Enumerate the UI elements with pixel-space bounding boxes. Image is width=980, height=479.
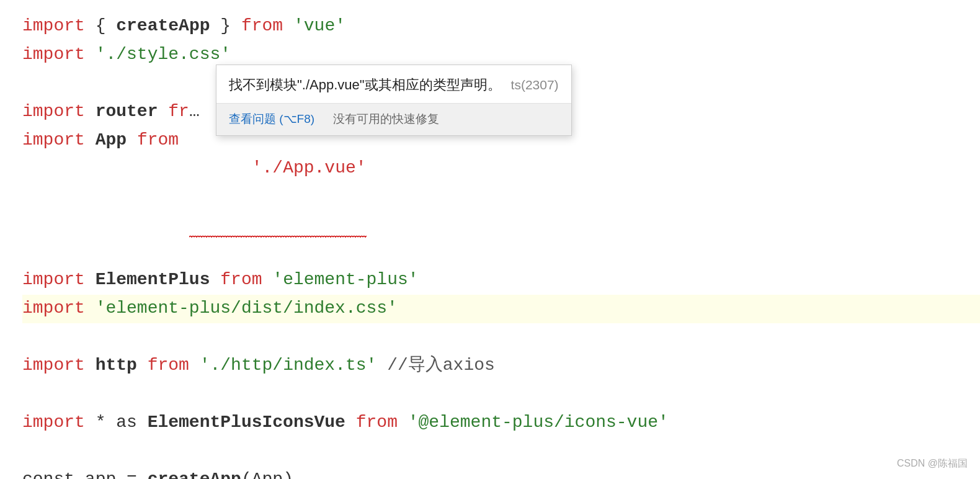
keyword-from: from: [220, 266, 262, 294]
comment-axios: //导入axios: [387, 352, 495, 380]
error-squiggle: [189, 235, 367, 238]
string-app-vue: './App.vue': [252, 158, 367, 177]
keyword-from: from: [356, 409, 398, 437]
keyword-import: import: [22, 409, 85, 437]
view-problem-link[interactable]: 查看问题 (⌥F8): [229, 110, 314, 128]
empty-line-3: [22, 323, 980, 352]
keyword-from: from: [241, 12, 283, 40]
identifier-app: App: [96, 127, 127, 154]
empty-line-2: [22, 238, 980, 266]
keyword-import: import: [22, 295, 85, 323]
code-line-14: const app = createApp ( App ): [22, 466, 980, 479]
keyword-import: import: [22, 127, 85, 154]
identifier-elementplusiconsvue: ElementPlusIconsVue: [148, 409, 345, 437]
code-line-7: import ElementPlus from 'element-plus': [22, 266, 980, 295]
empty-line-4: [22, 380, 980, 409]
identifier-elementplus: ElementPlus: [96, 266, 210, 294]
keyword-import: import: [22, 41, 85, 69]
tooltip-actions: 查看问题 (⌥F8) 没有可用的快速修复: [216, 104, 571, 135]
no-quick-fix-label: 没有可用的快速修复: [333, 110, 439, 128]
code-line-10: import http from './http/index.ts' //导入a…: [22, 352, 980, 380]
string-vue: 'vue': [293, 12, 345, 40]
empty-line-5: [22, 437, 980, 466]
keyword-import: import: [22, 12, 85, 40]
string-http-index: './http/index.ts': [200, 352, 377, 380]
identifier-router: router: [96, 98, 158, 126]
keyword-from-partial: fr: [168, 98, 189, 126]
string-style-css: './style.css': [96, 41, 231, 69]
code-line-12: import * as ElementPlusIconsVue from '@e…: [22, 409, 980, 437]
error-tooltip[interactable]: 找不到模块"./App.vue"或其相应的类型声明。 ts(2307) 查看问题…: [216, 65, 572, 136]
identifier-createApp: createApp: [116, 12, 210, 40]
squiggle-string: './App.vue': [189, 127, 367, 238]
tooltip-main-content: 找不到模块"./App.vue"或其相应的类型声明。 ts(2307): [216, 65, 571, 104]
string-element-plus-css: 'element-plus/dist/index.css': [96, 295, 398, 323]
identifier-createapp-call: createApp: [148, 466, 241, 479]
code-line-1: import { createApp } from 'vue': [22, 12, 980, 41]
tooltip-message: 找不到模块"./App.vue"或其相应的类型声明。: [229, 74, 501, 96]
watermark: CSDN @陈福国: [897, 455, 968, 472]
keyword-const: const: [22, 466, 85, 479]
keyword-import: import: [22, 98, 85, 126]
ts-error-badge: ts(2307): [511, 74, 559, 96]
keyword-from: from: [148, 352, 189, 380]
keyword-import: import: [22, 266, 85, 294]
keyword-from: from: [137, 127, 179, 154]
string-element-plus: 'element-plus': [272, 266, 418, 294]
code-line-5: import App from './App.vue': [22, 127, 980, 238]
string-icons-vue: '@element-plus/icons-vue': [408, 409, 669, 437]
keyword-import: import: [22, 352, 85, 380]
identifier-http: http: [96, 352, 137, 380]
code-line-8: import 'element-plus/dist/index.css': [22, 295, 980, 323]
code-editor: import { createApp } from 'vue' import '…: [0, 0, 980, 479]
